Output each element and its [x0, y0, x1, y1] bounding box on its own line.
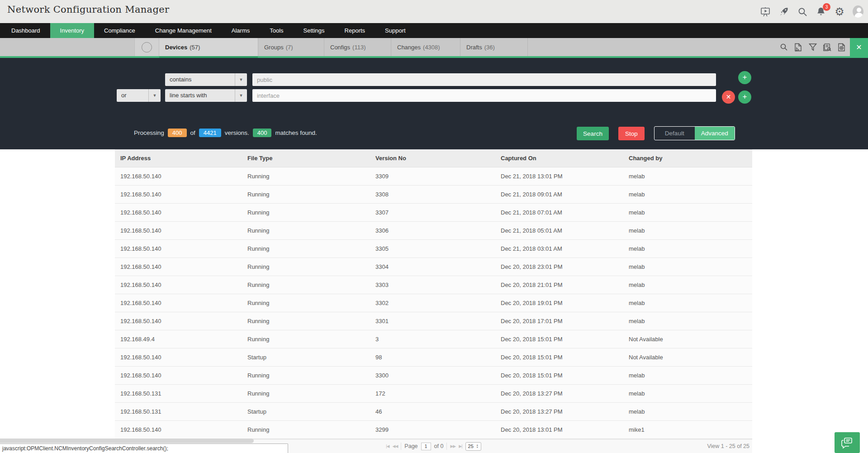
table-row[interactable]: 192.168.50.140 Running 3305 Dec 21, 2018… — [115, 240, 752, 258]
search-icon[interactable] — [797, 6, 808, 17]
rocket-icon[interactable] — [778, 6, 789, 17]
matches-count-badge: 400 — [253, 129, 272, 137]
add-draft-icon[interactable] — [837, 43, 846, 52]
cell-captured-on: Dec 20, 2018 21:01 PM — [495, 281, 623, 288]
inventory-tabbar: Devices (57) Groups (7) Configs (113) Ch… — [0, 38, 868, 58]
default-mode-button[interactable]: Default — [655, 127, 695, 140]
table-row[interactable]: 192.168.49.4 Running 3 Dec 20, 2018 15:0… — [115, 330, 752, 348]
last-page-icon[interactable]: ▶| — [459, 444, 462, 448]
bell-icon[interactable]: 3 — [816, 6, 826, 17]
prev-page-icon[interactable]: ◀◀ — [393, 444, 398, 448]
table-row[interactable]: 192.168.50.140 Running 3307 Dec 21, 2018… — [115, 204, 752, 222]
cell-version-no: 3304 — [370, 263, 495, 270]
search-button[interactable]: Search — [577, 127, 609, 140]
tab-groups[interactable]: Groups (7) — [258, 38, 324, 56]
cell-captured-on: Dec 20, 2018 13:27 PM — [495, 408, 623, 415]
table-row[interactable]: 192.168.50.131 Running 172 Dec 20, 2018 … — [115, 385, 752, 403]
pdf-export-icon[interactable] — [794, 43, 802, 52]
nav-item-settings[interactable]: Settings — [294, 23, 335, 38]
table-row[interactable]: 192.168.50.140 Running 3299 Dec 20, 2018… — [115, 421, 752, 439]
config-search-panel: contains ▼ + or ▼ line starts with ▼ ✕ +… — [0, 58, 868, 149]
table-row[interactable]: 192.168.50.140 Startup 98 Dec 20, 2018 1… — [115, 348, 752, 367]
table-row[interactable]: 192.168.50.140 Running 3302 Dec 20, 2018… — [115, 294, 752, 312]
cell-changed-by: melab — [623, 245, 752, 252]
table-row[interactable]: 192.168.50.131 Startup 46 Dec 20, 2018 1… — [115, 403, 752, 421]
tab-count: (57) — [190, 44, 200, 51]
nav-item-alarms[interactable]: Alarms — [222, 23, 260, 38]
page-number-input[interactable] — [421, 443, 431, 450]
tab-toolbar — [779, 38, 846, 56]
gear-icon[interactable]: ⚙ — [834, 6, 845, 17]
nav-item-compliance[interactable]: Compliance — [94, 23, 145, 38]
table-row[interactable]: 192.168.50.140 Running 3303 Dec 20, 2018… — [115, 276, 752, 294]
avatar[interactable] — [853, 6, 863, 17]
close-search-button[interactable]: ✕ — [850, 38, 868, 58]
cell-ip-address: 192.168.50.140 — [115, 372, 242, 379]
tab-configs[interactable]: Configs (113) — [324, 38, 391, 56]
table-row[interactable]: 192.168.50.140 Running 3309 Dec 21, 2018… — [115, 167, 752, 186]
results-table-body: 192.168.50.140 Running 3309 Dec 21, 2018… — [115, 167, 752, 439]
next-page-icon[interactable]: ▶▶ — [450, 444, 455, 448]
cell-file-type: Running — [242, 281, 370, 288]
remove-criteria-button[interactable]: ✕ — [722, 91, 735, 104]
column-header-version[interactable]: Version No — [370, 155, 495, 162]
nav-item-label: Alarms — [232, 27, 250, 34]
results-table-header: IP Address File Type Version No Captured… — [115, 149, 752, 167]
processed-count-badge: 400 — [168, 129, 187, 137]
add-criteria-button[interactable]: + — [738, 71, 751, 84]
nav-item-reports[interactable]: Reports — [335, 23, 375, 38]
table-row[interactable]: 192.168.50.140 Running 3306 Dec 21, 2018… — [115, 222, 752, 240]
cell-ip-address: 192.168.50.140 — [115, 263, 242, 270]
cell-ip-address: 192.168.50.131 — [115, 408, 242, 415]
column-header-changedby[interactable]: Changed by — [623, 155, 752, 162]
cell-version-no: 172 — [370, 390, 495, 397]
page-size-select[interactable]: 25 ▲▼ — [465, 442, 481, 451]
add-criteria-button-2[interactable]: + — [738, 91, 751, 104]
criteria-operator-dropdown[interactable]: contains ▼ — [165, 73, 247, 86]
horizontal-scrollbar[interactable] — [0, 439, 254, 443]
cell-changed-by: melab — [623, 318, 752, 324]
tab-changes[interactable]: Changes (4308) — [391, 38, 460, 56]
tab-label: Changes — [397, 44, 421, 51]
filter-icon[interactable] — [808, 43, 817, 52]
cell-ip-address: 192.168.50.140 — [115, 209, 242, 216]
presentation-icon[interactable] — [760, 6, 771, 17]
column-header-filetype[interactable]: File Type — [242, 155, 370, 162]
nav-item-support[interactable]: Support — [375, 23, 416, 38]
criteria-operator-dropdown-2[interactable]: line starts with ▼ — [165, 89, 247, 102]
criteria-join-dropdown[interactable]: or ▼ — [117, 89, 161, 102]
table-row[interactable]: 192.168.50.140 Running 3301 Dec 20, 2018… — [115, 312, 752, 330]
stop-button[interactable]: Stop — [618, 127, 645, 140]
column-header-captured[interactable]: Captured On — [495, 155, 623, 162]
cell-version-no: 98 — [370, 354, 495, 361]
chat-button[interactable] — [835, 432, 860, 453]
first-page-icon[interactable]: |◀ — [386, 444, 389, 448]
criteria-pattern-input-2[interactable] — [252, 89, 716, 102]
nav-item-label: Change Management — [155, 27, 212, 34]
select-all-toggle[interactable] — [135, 38, 159, 56]
notification-badge[interactable]: 3 — [823, 3, 830, 11]
cell-captured-on: Dec 21, 2018 07:01 AM — [495, 209, 623, 216]
criteria-pattern-input[interactable] — [252, 73, 716, 86]
cell-changed-by: melab — [623, 372, 752, 379]
search-icon[interactable] — [779, 43, 788, 52]
column-header-ip[interactable]: IP Address — [115, 155, 242, 162]
table-row[interactable]: 192.168.50.140 Running 3304 Dec 20, 2018… — [115, 258, 752, 276]
nav-item-dashboard[interactable]: Dashboard — [1, 23, 50, 38]
search-configs-icon[interactable] — [823, 43, 831, 52]
network-configuration-manager-app: Network Configuration Manager 3 ⚙ Dashbo… — [0, 0, 868, 453]
nav-item-change-management[interactable]: Change Management — [145, 23, 222, 38]
advanced-mode-button[interactable]: Advanced — [695, 127, 735, 140]
nav-item-tools[interactable]: Tools — [260, 23, 293, 38]
nav-item-inventory[interactable]: Inventory — [50, 23, 94, 38]
table-row[interactable]: 192.168.50.140 Running 3308 Dec 21, 2018… — [115, 186, 752, 204]
cell-file-type: Running — [242, 263, 370, 270]
cell-ip-address: 192.168.50.131 — [115, 390, 242, 397]
table-row[interactable]: 192.168.50.140 Running 3300 Dec 20, 2018… — [115, 367, 752, 385]
cell-ip-address: 192.168.50.140 — [115, 173, 242, 180]
tab-drafts[interactable]: Drafts (36) — [460, 38, 528, 56]
tab-devices[interactable]: Devices (57) — [159, 38, 258, 56]
pager-divider — [446, 443, 447, 450]
cell-file-type: Running — [242, 209, 370, 216]
tab-label: Groups — [264, 44, 284, 51]
